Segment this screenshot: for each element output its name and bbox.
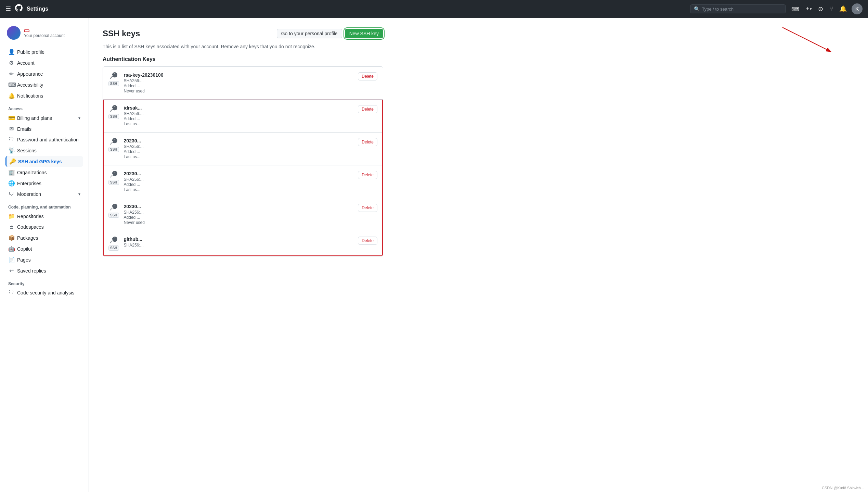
sidebar-item-label: Saved replies (17, 268, 46, 274)
billing-icon: 💳 (8, 115, 14, 121)
terminal-icon-button[interactable]: ⌨ (790, 4, 801, 14)
key-lastused: Last us... (124, 154, 358, 159)
key-lastused: Last us... (124, 187, 358, 192)
key-actions: Delete (358, 72, 377, 80)
delete-button[interactable]: Delete (358, 171, 377, 179)
table-row: SSH 20230... SHA256:... Added ... Last u… (103, 165, 383, 198)
new-button[interactable]: + ▾ (804, 4, 813, 14)
sidebar-nav-item[interactable]: 📄 Pages (5, 254, 83, 265)
notifications-icon-button[interactable]: 🔔 (838, 4, 848, 14)
delete-button[interactable]: Delete (358, 204, 377, 212)
enterprises-icon: 🌐 (8, 180, 14, 187)
sidebar-nav-item[interactable]: ⌨ Accessibility (5, 79, 83, 90)
key-icon (110, 105, 117, 113)
sidebar-nav-item[interactable]: 🤖 Copilot (5, 243, 83, 254)
code-security-icon: 🛡 (8, 290, 14, 296)
delete-button[interactable]: Delete (358, 237, 377, 245)
codespaces-icon: 🖥 (8, 224, 14, 230)
key-sha: SHA256:... (124, 210, 358, 215)
key-actions: Delete (358, 171, 377, 179)
key-icon-wrap: SSH (108, 105, 119, 119)
organizations-icon: 🏢 (8, 169, 14, 176)
sidebar-nav-item[interactable]: ✉ Emails (5, 124, 83, 134)
key-sha: SHA256:... (124, 177, 358, 182)
key-added: Added ... (124, 116, 358, 121)
key-type-badge: SSH (108, 245, 119, 251)
sidebar-item-label: Billing and plans (17, 115, 52, 121)
key-info: rsa-key-20230106 SHA256:... Added ... Ne… (124, 72, 358, 94)
key-name: rsa-key-20230106 (124, 72, 358, 78)
search-box[interactable]: 🔍 Type / to search (690, 4, 786, 13)
sidebar-nav-item[interactable]: 🛡 Code security and analysis (5, 288, 83, 298)
sidebar-nav-item[interactable]: 🛡 Password and authentication (5, 135, 83, 145)
sidebar-item-label: Moderation (17, 191, 41, 197)
sidebar-nav-item[interactable]: 🌐 Enterprises (5, 178, 83, 189)
github-logo-icon (15, 4, 23, 14)
delete-button[interactable]: Delete (358, 105, 377, 113)
sidebar-nav-item[interactable]: 📡 Sessions (5, 145, 83, 156)
delete-button[interactable]: Delete (358, 72, 377, 80)
issues-icon-button[interactable]: ⊙ (817, 4, 825, 14)
key-lastused: Last us... (124, 122, 358, 126)
delete-button[interactable]: Delete (358, 138, 377, 146)
moderation-icon: 🗨 (8, 191, 14, 197)
svg-line-0 (782, 27, 830, 51)
sidebar-item-label: Password and authentication (17, 137, 79, 142)
sidebar-item-label: Appearance (17, 71, 43, 77)
sidebar-nav-item[interactable]: 💳 Billing and plans ▾ (5, 113, 83, 123)
key-added: Added ... (124, 149, 358, 154)
sidebar-nav-item[interactable]: 👤 Public profile (5, 47, 83, 57)
sidebar-nav-item[interactable]: ↩ Saved replies (5, 265, 83, 276)
topnav: ☰ Settings 🔍 Type / to search ⌨ + ▾ ⊙ ⑂ … (0, 0, 868, 18)
key-sha: SHA256:... (124, 243, 358, 248)
plus-icon: + (805, 5, 809, 13)
ssh-gpg-icon: 🔑 (9, 158, 15, 165)
sidebar-item-label: Pages (17, 257, 31, 263)
sidebar-nav-item[interactable]: 🖥 Codespaces (5, 222, 83, 232)
topnav-actions: ⌨ + ▾ ⊙ ⑂ 🔔 K (790, 3, 863, 14)
key-name: idrsak... (124, 105, 358, 111)
sidebar-nav-item[interactable]: 📁 Repositories (5, 211, 83, 222)
key-info: idrsak... SHA256:... Added ... Last us..… (124, 105, 358, 127)
settings-title: Settings (27, 6, 48, 12)
key-info: github... SHA256:... (124, 237, 358, 248)
key-added: Added ... (124, 182, 358, 187)
user-avatar[interactable]: K (852, 3, 863, 14)
new-ssh-key-button[interactable]: New SSH key (345, 29, 383, 38)
key-actions: Delete (358, 105, 377, 113)
key-sha: SHA256:... (124, 144, 358, 149)
key-sha: SHA256:... (124, 111, 358, 116)
sidebar-item-label: Notifications (17, 93, 43, 99)
sidebar-nav-item-ssh-gpg[interactable]: 🔑 SSH and GPG keys (5, 156, 83, 167)
public-profile-icon: 👤 (8, 49, 14, 55)
password-icon: 🛡 (8, 137, 14, 143)
ssh-key-list-container: SSH rsa-key-20230106 SHA256:... Added ..… (103, 66, 383, 256)
key-lastused: Never used (124, 89, 358, 93)
sidebar-item-label: Enterprises (17, 181, 41, 186)
key-icon-wrap: SSH (108, 171, 119, 185)
sidebar-nav-item[interactable]: 🗨 Moderation ▾ (5, 189, 83, 199)
page-header: SSH keys Go to your personal profile New… (103, 29, 383, 38)
sidebar-nav-item[interactable]: 🏢 Organizations (5, 167, 83, 178)
auth-keys-heading: Authentication Keys (103, 56, 383, 62)
sidebar-nav-item[interactable]: 🔔 Notifications (5, 90, 83, 101)
key-info: 20230... SHA256:... Added ... Never used (124, 204, 358, 225)
table-row: SSH rsa-key-20230106 SHA256:... Added ..… (103, 67, 383, 100)
key-name: 20230... (124, 204, 358, 209)
avatar (7, 26, 21, 40)
saved-replies-icon: ↩ (8, 267, 14, 274)
hamburger-button[interactable]: ☰ (5, 5, 11, 13)
sidebar-nav-item[interactable]: ⚙ Account (5, 58, 83, 68)
sidebar: Your personal account 👤 Public profile ⚙… (0, 18, 89, 492)
sidebar-nav-item[interactable]: ✏ Appearance (5, 68, 83, 79)
packages-icon: 📦 (8, 235, 14, 241)
repositories-icon: 📁 (8, 213, 14, 219)
key-icon-wrap: SSH (108, 204, 119, 218)
pull-requests-icon-button[interactable]: ⑂ (828, 4, 834, 14)
go-to-profile-button[interactable]: Go to your personal profile (277, 29, 342, 38)
search-icon: 🔍 (694, 6, 700, 12)
notifications-icon: 🔔 (8, 92, 14, 99)
sidebar-nav-item[interactable]: 📦 Packages (5, 232, 83, 243)
redbox-group: SSH idrsak... SHA256:... Added ... Last … (103, 100, 383, 256)
key-info: 20230... SHA256:... Added ... Last us... (124, 171, 358, 192)
